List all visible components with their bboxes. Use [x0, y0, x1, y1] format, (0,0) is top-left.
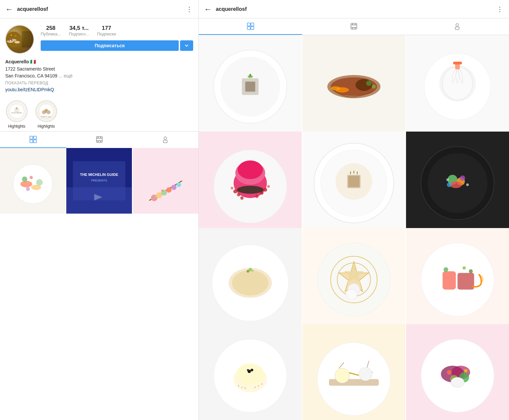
left-grid-cell-1[interactable]	[0, 148, 66, 214]
left-header: ← acquerellosf ⋮	[0, 0, 198, 18]
highlight-label-2: Highlights	[38, 124, 55, 129]
bio-section: Acquerello 🇮🇹 1722 Sacramento Street San…	[0, 58, 198, 96]
right-grid-cell-4[interactable]	[199, 132, 302, 235]
bio-translate[interactable]: ПОКАЗАТЬ ПЕРЕВОД	[5, 81, 193, 85]
left-grid-cell-2[interactable]: THE MICHELIN GUIDE PRESENTS	[66, 148, 132, 214]
svg-rect-143	[442, 271, 456, 289]
username-left: acquerellosf	[17, 6, 186, 12]
svg-point-157	[245, 388, 246, 389]
right-food-11	[302, 324, 405, 420]
highlights-section: one taste Highlights thank you Highli	[0, 96, 198, 131]
right-grid-cell-9[interactable]	[406, 228, 509, 331]
right-grid-cell-2[interactable]	[302, 35, 405, 138]
stats-container: 258 Публика... 34,5 т... Подписч... 177 …	[41, 25, 193, 51]
svg-point-153	[251, 369, 253, 371]
svg-point-129	[232, 270, 268, 295]
right-header: ← acquerellosf ⋮	[199, 0, 509, 18]
right-panel: ← acquerellosf ⋮	[199, 0, 509, 420]
right-grid-cell-8[interactable]	[302, 228, 405, 331]
svg-rect-25	[33, 140, 36, 143]
right-grid-cell-3[interactable]	[406, 35, 509, 138]
svg-text:one taste: one taste	[11, 111, 22, 114]
bio-link[interactable]: youtu.be/tzENLtDPmkQ	[5, 87, 54, 92]
svg-point-147	[469, 269, 473, 273]
right-grid-cell-12[interactable]	[406, 324, 509, 420]
svg-rect-92	[453, 62, 462, 64]
svg-point-175	[464, 369, 467, 372]
right-grid-cell-10[interactable]	[199, 324, 302, 420]
stat-followers[interactable]: 34,5 т... Подписч...	[69, 25, 89, 36]
svg-point-41	[30, 176, 33, 179]
grid-svg-left	[29, 136, 37, 143]
svg-point-37	[20, 181, 32, 187]
right-photo-grid	[199, 35, 509, 420]
food-photo-2: THE MICHELIN GUIDE PRESENTS	[66, 148, 132, 214]
svg-point-123	[447, 182, 452, 187]
bio-name: Acquerello 🇮🇹	[5, 59, 193, 64]
tab-reels-right[interactable]	[302, 18, 405, 35]
tab-tagged-left[interactable]	[132, 132, 198, 148]
svg-point-84	[331, 86, 340, 90]
svg-rect-32	[100, 141, 101, 142]
right-grid-cell-11[interactable]	[302, 324, 405, 420]
avatar[interactable]	[5, 25, 34, 54]
back-button-left[interactable]: ←	[5, 5, 13, 14]
reels-svg-right	[350, 22, 358, 30]
bio-more[interactable]: ... ещё	[59, 73, 73, 78]
svg-point-40	[31, 185, 41, 190]
bio-address: 1722 Sacramento Street San Francisco, CA…	[5, 66, 193, 79]
stat-following[interactable]: 177 Подписки	[97, 25, 116, 36]
tab-grid-left[interactable]	[0, 132, 66, 148]
right-grid-cell-7[interactable]	[199, 228, 302, 331]
right-grid-cell-6[interactable]	[406, 132, 509, 235]
svg-rect-66	[352, 23, 353, 25]
left-grid-cell-3[interactable]	[133, 148, 198, 214]
followers-count: 34,5 т...	[69, 25, 89, 32]
svg-point-132	[252, 269, 254, 271]
svg-point-121	[450, 181, 462, 188]
svg-point-154	[247, 369, 249, 371]
right-grid-cell-1[interactable]	[199, 35, 302, 138]
svg-point-54	[166, 187, 172, 193]
reels-icon-left	[95, 136, 103, 143]
chevron-down-icon	[184, 43, 189, 48]
reels-icon-right	[350, 22, 358, 30]
svg-rect-31	[98, 141, 98, 142]
more-button-right[interactable]: ⋮	[497, 5, 504, 13]
dropdown-button[interactable]	[180, 40, 193, 51]
svg-point-164	[335, 368, 350, 383]
more-button-left[interactable]: ⋮	[186, 5, 193, 13]
right-tab-bar	[199, 18, 509, 35]
tab-reels-left[interactable]	[66, 132, 132, 148]
svg-rect-61	[247, 27, 250, 30]
back-button-right[interactable]: ←	[204, 5, 212, 14]
svg-rect-59	[247, 23, 250, 26]
svg-rect-71	[455, 27, 459, 30]
svg-point-159	[258, 386, 259, 387]
svg-rect-62	[251, 27, 254, 30]
highlight-item-2[interactable]: thank you Highlights	[35, 100, 58, 129]
svg-point-78	[248, 75, 253, 78]
svg-rect-63	[351, 23, 357, 29]
tab-tagged-right[interactable]	[406, 18, 509, 35]
right-grid-cell-5[interactable]	[302, 132, 405, 235]
subscribe-button[interactable]: Подписаться	[41, 40, 179, 51]
svg-rect-28	[96, 140, 102, 141]
svg-rect-112	[348, 176, 359, 187]
svg-point-101	[263, 188, 267, 192]
svg-rect-69	[355, 28, 356, 29]
tab-grid-right[interactable]	[199, 18, 302, 35]
svg-point-97	[238, 160, 263, 179]
svg-rect-60	[251, 23, 254, 26]
svg-point-20	[47, 110, 51, 114]
svg-point-86	[372, 85, 376, 89]
svg-point-70	[456, 24, 458, 26]
following-label: Подписки	[97, 32, 116, 36]
stat-posts[interactable]: 258 Публика...	[41, 25, 61, 36]
svg-text:thank you: thank you	[41, 116, 51, 118]
grid-icon-left	[29, 136, 37, 143]
svg-text:PRESENTS: PRESENTS	[91, 179, 107, 182]
highlight-item-1[interactable]: one taste Highlights	[5, 100, 28, 129]
svg-point-174	[447, 370, 452, 375]
svg-point-104	[240, 196, 244, 200]
